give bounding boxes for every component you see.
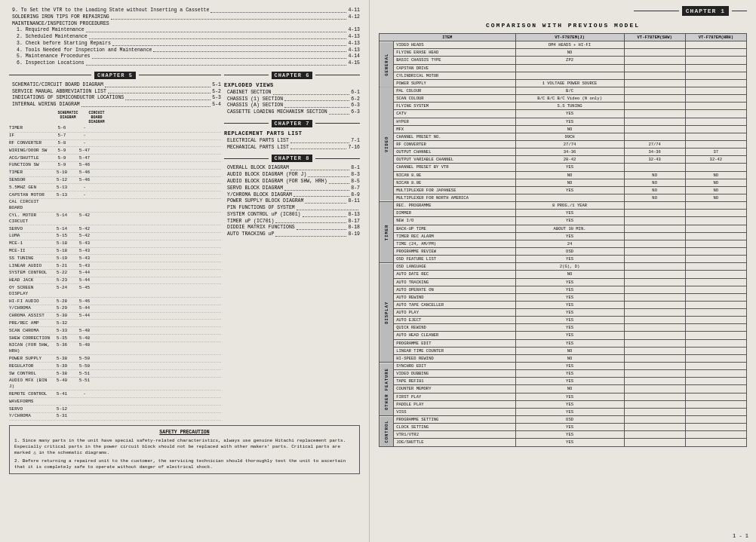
row-value: [624, 210, 685, 217]
toc-entry: SCHEMATIC/CIRCUIT BOARD DIAGRAM 5-1: [9, 82, 221, 89]
row-value: [685, 408, 746, 415]
table-row: VIDEO DUBBINGYES: [380, 370, 747, 378]
schematic-row: CYL. MOTOR CIRCUIT5-145-42: [9, 213, 221, 226]
toc-entry: 6. Inspection Locations 4-15: [9, 60, 360, 67]
row-value: [685, 286, 746, 293]
row-value: [685, 416, 746, 424]
row-value: [685, 263, 746, 271]
row-value: [685, 140, 746, 148]
schematic-row: HEAD JACK5-235-44: [9, 277, 221, 285]
table-row: HYPERYES: [380, 118, 747, 125]
row-value: NO: [685, 194, 746, 201]
row-value: [685, 278, 746, 286]
row-value: [624, 217, 685, 225]
row-value: [685, 41, 746, 49]
row-value: NO: [624, 186, 685, 194]
table-row: JOG/SHUTTLEYES: [380, 439, 747, 446]
schematic-row: AUDIO MFX (BIN J)5-405-51: [9, 378, 221, 391]
row-label: QUICK REWIND: [394, 324, 515, 332]
row-value: [624, 309, 685, 317]
th-j: VT-F787EM(J): [515, 34, 624, 41]
row-value: [685, 309, 746, 317]
row-value: [685, 363, 746, 370]
left-page: 9. To Set the VTR to the Loading State w…: [0, 0, 370, 542]
section-label-cell: TIMER: [380, 202, 394, 263]
row-value: [624, 378, 685, 385]
table-row: AUTO EJECTYES: [380, 317, 747, 324]
table-row: OUTPUT CHANNEL34-3634-3637: [380, 149, 747, 156]
row-value: NO: [515, 271, 624, 278]
row-value: [685, 385, 746, 393]
row-value: NO: [685, 171, 746, 179]
row-label: AUTO HEAD CLEANER: [394, 332, 515, 339]
row-value: B/C: [515, 87, 624, 94]
row-value: [685, 370, 746, 378]
table-row: CYLINDRICAL MOTOR: [380, 72, 747, 79]
row-label: TIME (24, AM/PM): [394, 240, 515, 247]
row-label: SYNCHRO EDIT: [394, 363, 515, 370]
toc-entry: SERVO BLOCK DIAGRAM8-7: [224, 185, 360, 192]
row-value: [624, 64, 685, 72]
table-header-row: ITEM VT-F787EM(J) VT-F787EM(SHW) VT-F787…: [380, 34, 747, 41]
section-label-cell: VIDEO: [380, 87, 394, 201]
table-row: TIMER REC ALARMYES: [380, 232, 747, 240]
row-label: CHANNEL PRESET BY VTR: [394, 164, 515, 171]
toc-entry: CASSETTE LOADING MECHANISM SECTION6-3: [224, 109, 360, 116]
table-row: OSD FEATURE LISTYES: [380, 256, 747, 263]
row-value: [624, 370, 685, 378]
section-label-cell: CONTROL: [380, 416, 394, 447]
section-label-cell: DISPLAY: [380, 263, 394, 363]
row-label: REC. PROGRAMME: [394, 202, 515, 210]
row-value: YES: [515, 110, 624, 118]
row-value: YES: [515, 232, 624, 240]
row-value: YES: [515, 400, 624, 408]
row-label: CAPSTAN DRIVE: [394, 64, 515, 72]
chapter1-header: CHAPTER 1: [379, 6, 747, 16]
toc-entry: CABINET SECTION6-1: [224, 90, 360, 96]
schematic-row: SW CONTROL5-385-51: [9, 370, 221, 378]
row-label: TIMER REC ALARM: [394, 232, 515, 240]
row-label: MFX: [394, 125, 515, 133]
row-label: FIRST PLAY: [394, 393, 515, 400]
row-value: [685, 424, 746, 431]
row-label: PADDLE PLAY: [394, 400, 515, 408]
row-value: [685, 332, 746, 339]
row-label: CLOCK SETTING: [394, 424, 515, 431]
row-label: FLYING ERASE HEAD: [394, 49, 515, 57]
row-value: [685, 240, 746, 247]
row-value: YES: [515, 186, 624, 194]
row-value: NO: [515, 354, 624, 362]
row-value: [624, 232, 685, 240]
row-label: AUTO EJECT: [394, 317, 515, 324]
schematic-row: ACG/SHUTTLE5-95-47: [9, 155, 221, 162]
schematic-table-container: SCHEMATIC DIAGRAM CIRCUIT BOARD DIAGRAM …: [9, 111, 221, 421]
row-value: [624, 385, 685, 393]
schematic-row: SS TUNING5-195-43: [9, 255, 221, 262]
row-value: YES: [515, 210, 624, 217]
row-value: NO: [624, 179, 685, 186]
schematic-row: SENSOR5-125-46: [9, 177, 221, 185]
row-value: [685, 378, 746, 385]
row-value: [624, 317, 685, 324]
row-value: YES: [515, 408, 624, 415]
row-value: [624, 95, 685, 103]
toc-entry: MAINTENANCE/INSPECTION PROCEDURES: [9, 21, 360, 28]
chapter5-header: CHAPTER 5: [9, 72, 221, 79]
table-row: DIMMERYES: [380, 210, 747, 217]
row-value: [515, 64, 624, 72]
table-row: CATVYES: [380, 110, 747, 118]
row-value: YES: [515, 378, 624, 385]
row-label: MULTIPLEXER FOR JAPANESE: [394, 186, 515, 194]
safety-box: SAFETY PRECAUTION 1. Since many parts in…: [9, 425, 360, 475]
schematic-row: MCE-II5-185-43: [9, 248, 221, 256]
row-value: YES: [515, 309, 624, 317]
row-value: [685, 210, 746, 217]
row-label: AUTO PLAY: [394, 309, 515, 317]
row-value: [685, 202, 746, 210]
table-row: OUTPUT VARIABLE CHANNEL20-4232-4332-42: [380, 156, 747, 164]
row-value: [624, 439, 685, 446]
table-row: PADDLE PLAYYES: [380, 400, 747, 408]
chapter5-col: CHAPTER 5 SCHEMATIC/CIRCUIT BOARD DIAGRA…: [9, 72, 221, 421]
row-value: [624, 72, 685, 79]
row-value: YES: [515, 164, 624, 171]
